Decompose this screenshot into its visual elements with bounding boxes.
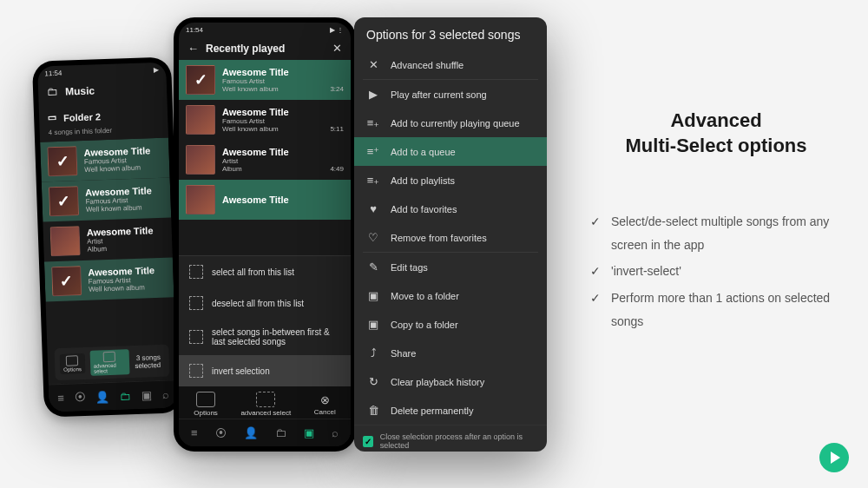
option-row[interactable]: ≡₊Add to playlists [354, 166, 547, 195]
checkbox-checked-icon[interactable]: ✓ [363, 436, 373, 447]
share-icon: ⤴ [366, 346, 380, 359]
nav-library-icon[interactable]: ▣ [304, 426, 314, 439]
folder-icon: 🗀 [47, 85, 59, 98]
playlist-add-icon: ≡₊ [366, 174, 380, 187]
option-label: Add to a queue [391, 147, 456, 157]
song-artist: Artist [222, 157, 323, 165]
cancel-button[interactable]: ⊗ Cancel [314, 393, 336, 416]
option-row[interactable]: ♥Add to favorites [354, 195, 547, 223]
nav-artist-icon[interactable]: 👤 [244, 426, 258, 439]
select-option-row[interactable]: deselect all from this list [179, 287, 351, 319]
marketing-copy: Advanced Multi-Select options Select/de-… [590, 109, 842, 336]
album-art-thumb [51, 266, 82, 296]
song-duration: 4:49 [330, 165, 344, 175]
song-row[interactable]: Awesome TitleFamous ArtistWell known alb… [179, 100, 351, 140]
song-title: Awesome Title [222, 107, 323, 117]
options-button[interactable]: Options [194, 392, 218, 417]
heart-icon: ♥ [366, 202, 380, 215]
option-label: Remove from favorites [391, 233, 487, 243]
select-option-row[interactable]: invert selection [179, 355, 351, 386]
nav-play-icon[interactable]: ⦿ [215, 426, 227, 439]
song-album: Well known album [86, 203, 164, 214]
song-title: Awesome Title [222, 147, 323, 157]
bottom-nav: ≡ ⦿ 👤 🗀 ▣ ⌕ [179, 419, 351, 446]
option-label: Edit tags [391, 262, 428, 273]
breadcrumb-label: Music [65, 82, 158, 97]
selection-chip: Options advanced select 3 songs selected [54, 345, 169, 381]
advanced-select-button[interactable]: advanced select [89, 349, 129, 376]
song-duration: 5:11 [330, 125, 344, 135]
folder-outline-icon: ▭ [48, 112, 56, 123]
nav-folder-icon[interactable]: 🗀 [275, 426, 286, 439]
status-time: 11:54 [186, 26, 203, 34]
option-row[interactable]: ♡Remove from favorites [354, 223, 547, 252]
option-label: Clear playback history [391, 377, 484, 387]
option-row[interactable]: ▣Move to a folder [354, 281, 547, 310]
song-album: Well known album [222, 125, 323, 133]
nav-folder-icon[interactable]: 🗀 [120, 389, 132, 402]
song-list: Awesome TitleFamous ArtistWell known alb… [179, 60, 351, 255]
nav-play-icon[interactable]: ⦿ [74, 391, 86, 404]
advanced-select-panel: select all from this listdeselect all fr… [179, 255, 351, 386]
status-bar: 11:54 ▶ ⋮ [179, 23, 351, 36]
option-row[interactable]: ↻Clear playback history [354, 367, 547, 396]
song-row[interactable]: Awesome TitleFamous ArtistWell known alb… [42, 177, 172, 221]
phone-folder-view: 11:54 ▶ 🗀 Music ▭ Folder 2 4 songs in th… [32, 56, 183, 417]
dashed-box-icon [189, 330, 203, 344]
select-option-row[interactable]: select songs in-between first & last sel… [179, 319, 351, 355]
nav-search-icon[interactable]: ⌕ [161, 388, 169, 401]
album-art-thumb [186, 105, 215, 135]
status-time: 11:54 [44, 69, 62, 77]
song-row[interactable]: Awesome TitleFamous ArtistWell known alb… [40, 137, 170, 181]
nav-search-icon[interactable]: ⌕ [332, 426, 339, 439]
nav-queue-icon[interactable]: ≡ [57, 392, 64, 405]
history-icon: ↻ [366, 375, 380, 388]
header-bar: ← Recently played ✕ [179, 36, 351, 60]
song-album: Album [222, 165, 323, 173]
select-option-label: invert selection [212, 366, 270, 376]
option-label: Add to favorites [391, 204, 457, 214]
marketing-bullet: Select/de-select multiple songs from any… [590, 210, 842, 256]
nav-library-icon[interactable]: ▣ [141, 388, 153, 401]
option-row[interactable]: ≡₊Add to currently playing queue [354, 109, 547, 137]
option-row[interactable]: ✕Advanced shuffle [354, 50, 547, 79]
song-album: Well known album [84, 163, 162, 174]
shuffle-icon[interactable]: ✕ [332, 42, 342, 55]
page-title: Recently played [206, 43, 326, 55]
queue-add-icon: ≡₊ [366, 116, 380, 129]
option-label: Share [391, 348, 416, 359]
song-row[interactable]: Awesome TitleArtistAlbum [43, 217, 173, 261]
select-option-label: select all from this list [212, 267, 294, 277]
song-duration: 3:24 [330, 85, 344, 95]
close-after-option-row[interactable]: ✓ Close selection process after an optio… [354, 425, 547, 452]
option-label: Move to a folder [391, 291, 459, 301]
song-row[interactable]: Awesome TitleFamous ArtistWell known alb… [44, 257, 174, 301]
song-title: Awesome Title [222, 67, 323, 77]
option-row[interactable]: ≡⁺Add to a queue [354, 137, 547, 166]
option-label: Play after current song [391, 89, 487, 100]
option-label: Add to playlists [391, 175, 455, 186]
option-row[interactable]: ▣Copy to a folder [354, 310, 547, 339]
album-art-thumb [186, 65, 215, 95]
shuffle-icon: ✕ [366, 58, 380, 71]
close-after-option-label: Close selection process after an option … [380, 432, 538, 450]
option-row[interactable]: ✎Edit tags [354, 253, 547, 281]
option-label: Copy to a folder [391, 320, 458, 330]
select-option-row[interactable]: select all from this list [179, 256, 351, 287]
select-option-label: deselect all from this list [212, 299, 304, 308]
song-row[interactable]: Awesome TitleFamous ArtistWell known alb… [179, 60, 351, 100]
options-button[interactable]: Options [60, 353, 85, 374]
song-artist: Famous Artist [222, 117, 323, 125]
song-row[interactable]: Awesome TitleArtistAlbum4:49 [179, 140, 351, 180]
back-icon[interactable]: ← [187, 42, 199, 55]
folder-move-icon: ▣ [366, 289, 380, 302]
nav-artist-icon[interactable]: 👤 [95, 390, 110, 404]
options-header: Options for 3 selected songs [354, 17, 547, 50]
option-row[interactable]: ▶Play after current song [354, 80, 547, 109]
trash-icon: 🗑 [366, 404, 380, 417]
option-row[interactable]: 🗑Delete permanently [354, 396, 547, 425]
nav-queue-icon[interactable]: ≡ [191, 426, 198, 439]
advanced-select-button[interactable]: advanced select [240, 392, 291, 417]
option-row[interactable]: ⤴Share [354, 339, 547, 367]
song-row[interactable]: Awesome Title [179, 180, 351, 220]
